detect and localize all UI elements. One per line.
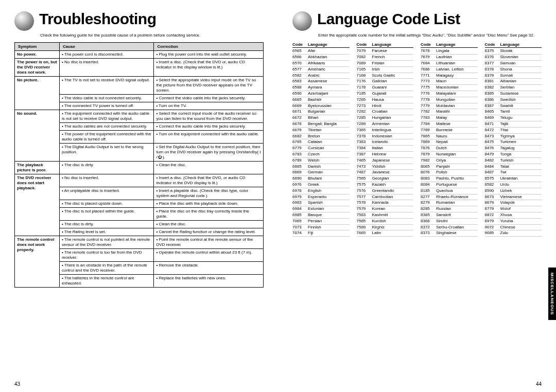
lang-row: 8373Singhalese (421, 230, 478, 237)
cause-cell: • The Rating level is set. (59, 228, 154, 236)
lang-code: 7773 (421, 79, 436, 84)
lang-name: Serbian (500, 85, 542, 90)
lang-name: Danish (308, 165, 350, 169)
cause-cell: • No disc is inserted. (59, 174, 154, 187)
lang-row: 7784Maltese (421, 121, 478, 128)
correction-cell: • Clean the disc. (154, 221, 264, 228)
language-column: CodeLanguage8375Slovak8376Slovenian8377S… (485, 42, 542, 237)
lang-code: 8365 (421, 213, 436, 218)
lang-row: 6789Welsh (292, 158, 350, 164)
lang-name: Maltese (436, 122, 478, 127)
lang-row: 8487Twi (485, 170, 542, 176)
lang-name: Kazakh (372, 183, 414, 187)
lang-row: 6979Esperanto (292, 194, 350, 201)
lang-row: 6582Arabic (292, 73, 350, 79)
lang-code: 7273 (357, 104, 372, 109)
lang-code: 7082 (357, 55, 372, 60)
lang-code: 8279 (421, 201, 436, 205)
lang-row: 7879Norwegian (421, 152, 478, 158)
lang-name: Laothian (436, 55, 478, 60)
title-language-code: Language Code List (317, 10, 460, 28)
lang-name: Moldavian (436, 104, 478, 109)
lang-name: Kurdish (372, 219, 414, 224)
lang-name: Tatar (500, 165, 542, 169)
lang-name: Hebrew (372, 152, 414, 157)
lang-name: Macedonian (436, 85, 478, 90)
lang-row: 8872Xhosa (485, 212, 542, 219)
lang-row: 7282Croatian (357, 109, 414, 115)
lang-row: 6779Corsican (292, 146, 350, 152)
lang-name: Pashto, Pushto (436, 176, 478, 181)
lang-code: 6978 (292, 189, 308, 193)
lang-row: 8279Rumanian (421, 200, 478, 206)
lang-row: 7869Nepali (421, 139, 478, 146)
lang-name: Korean (372, 207, 414, 211)
lang-row: 8386Swedish (485, 97, 542, 103)
lang-name: Urdu (500, 183, 542, 187)
lang-code: 7879 (421, 152, 436, 157)
lang-row: 7565Georgian (357, 176, 414, 182)
lang-code: 7289 (357, 122, 372, 127)
lang-code: 8376 (485, 55, 500, 60)
lang-code: 7776 (421, 92, 436, 96)
lang-code: 7589 (357, 225, 372, 230)
lang-name: Galician (372, 79, 414, 84)
lang-row: 6978English (292, 188, 350, 194)
lang-name: Yoruba (500, 219, 542, 224)
lang-code: 6976 (292, 183, 308, 187)
lang-name: Bihari (308, 116, 350, 120)
lang-row: 7678Lingala (421, 48, 478, 55)
lang-code: 7065 (292, 219, 308, 224)
lang-row: 7779Moldavian (421, 103, 478, 110)
language-column: CodeLanguage6565Afar6566Abkhazian6570Afr… (292, 42, 350, 237)
lang-name: Swahili (500, 104, 542, 109)
lang-code: 8575 (485, 176, 500, 181)
lang-code: 6783 (292, 152, 308, 157)
lang-code: 8368 (421, 219, 436, 224)
lang-row: 8083Pashto, Pushto (421, 176, 478, 182)
lang-row: 8465Tamil (485, 109, 542, 115)
th-cause: Cause (59, 43, 154, 51)
cause-cell: • The connected TV power is turned off. (59, 102, 154, 110)
lang-name: Singhalese (436, 231, 478, 236)
lang-code: 7779 (421, 104, 436, 109)
lang-code: 8471 (485, 122, 500, 127)
lang-row: 7387Hebrew (357, 152, 414, 158)
correction-cell: • Cancel the Rating function or change t… (154, 228, 264, 236)
lang-name: Guarani (372, 85, 414, 90)
lang-code: 6789 (292, 158, 308, 163)
lang-code: 7185 (357, 92, 372, 96)
lang-name: Xhosa (500, 213, 542, 218)
lang-row: 6665Bashkir (292, 97, 350, 103)
lang-row: 8285Russian (421, 206, 478, 212)
lang-code: 6669 (292, 104, 308, 109)
lang-name: Quechua (436, 189, 478, 193)
lang-row: 7686Latvian, Lettish (421, 67, 478, 73)
lang-code: 7585 (357, 219, 372, 224)
lang-name: Panjabi (436, 165, 478, 169)
lang-code: 8083 (421, 176, 436, 181)
lang-code: 6582 (292, 74, 308, 78)
lang-code: 6665 (292, 98, 308, 102)
lang-row: 8372Serbo-Croatian (421, 225, 478, 231)
lang-name: Frisian (372, 61, 414, 66)
lang-code: 8378 (485, 67, 500, 72)
lang-row: 8471Tajik (485, 121, 542, 128)
symptom-cell: The playback picture is poor. (15, 162, 60, 174)
lang-code: 7079 (357, 49, 372, 54)
lang-name: English (308, 189, 350, 193)
lang-row: 7782Marathi (421, 109, 478, 115)
lang-row: 7079Faroese (357, 48, 414, 55)
lang-name: Thai (500, 128, 542, 133)
correction-cell: • Select the correct input mode of the a… (154, 110, 264, 123)
lang-code: 7384 (357, 146, 372, 151)
lang-name: Estonian (308, 207, 350, 211)
lang-row: 7876Dutch (421, 146, 478, 152)
lang-row: 8387Swahili (485, 103, 542, 110)
lang-name: Abkhazian (308, 55, 350, 60)
lang-code: 8277 (421, 195, 436, 200)
lang-code: 8582 (485, 183, 500, 187)
lang-name: Bulgarian (308, 110, 350, 114)
lang-row: 8582Urdu (485, 182, 542, 188)
lang-name: Albanian (500, 79, 542, 84)
